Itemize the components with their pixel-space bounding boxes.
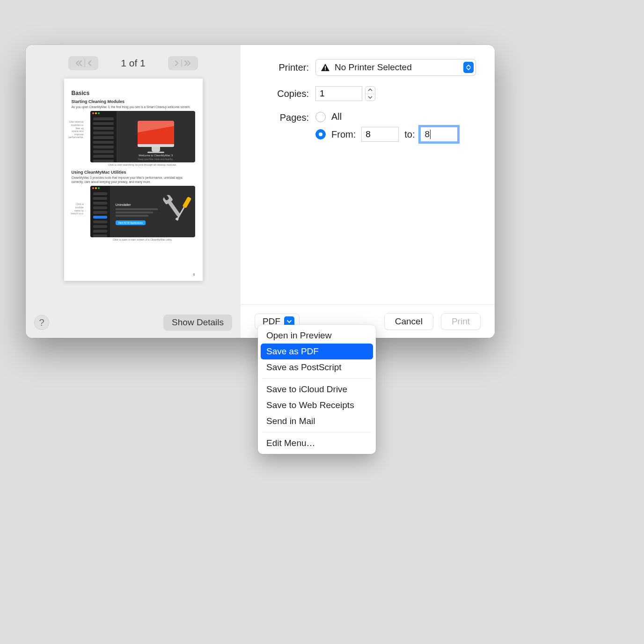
menu-item-save-web-receipts[interactable]: Save to Web Receipts [261,397,373,413]
pages-group: All From: to: 8 [315,111,476,142]
pages-all-label: All [331,111,342,122]
preview-screenshot: Welcome to CleanMyMac 3 Keep your Mac cl… [90,111,195,162]
svg-rect-1 [181,59,182,67]
print-button[interactable]: Print [441,313,481,330]
menu-item-send-in-mail[interactable]: Send in Mail [261,413,373,429]
next-page-button[interactable] [168,56,198,70]
page-counter: 1 of 1 [121,58,146,69]
stepper-down-icon[interactable] [366,94,375,101]
copies-input[interactable] [315,86,362,101]
preview-subheading: Starting Cleaning Modules [72,99,195,104]
chevron-left-icon [87,60,92,66]
preview-welcome-text: Welcome to CleanMyMac 3 [117,154,195,157]
radio-from[interactable] [315,129,326,139]
select-arrows-icon [463,62,474,73]
preview-margin-note: Click a module name to switch to it. [69,203,86,215]
pages-from-input[interactable] [361,127,399,142]
svg-rect-3 [325,69,326,70]
copies-group [315,86,476,101]
print-dialog: 1 of 1 Basics Starting Cleaning Modules … [26,45,495,338]
page-nav: 1 of 1 [26,45,241,77]
pages-from-label: From: [331,129,356,140]
preview-page-number: 8 [193,273,195,276]
cancel-button[interactable]: Cancel [384,313,433,330]
pdf-dropdown-menu: Open in Preview Save as PDF Save as Post… [258,325,376,454]
pages-to-label: to: [404,129,415,140]
options-pane: Printer: No Printer Selected Copies: [241,45,495,338]
left-toolbar: ? Show Details [26,307,241,338]
chevron-right-icon [175,60,179,66]
preview-uninstaller-button: View All 30 Applications [116,220,146,225]
print-form: Printer: No Printer Selected Copies: [241,45,495,142]
prev-page-button[interactable] [68,56,98,70]
menu-item-open-preview[interactable]: Open in Preview [261,328,373,344]
preview-paragraph: CleanMyMac 3 provides tools that improve… [72,176,195,184]
preview-caption: Click to start searching for junk throug… [90,163,195,166]
page-preview: Basics Starting Cleaning Modules As you … [64,79,203,281]
menu-divider [263,432,371,432]
pages-all-row[interactable]: All [315,111,476,122]
pages-to-input[interactable]: 8 [420,127,458,142]
preview-screenshot: Uninstaller View All 30 Applications [90,186,195,237]
menu-item-edit-menu[interactable]: Edit Menu… [261,435,373,451]
svg-rect-2 [325,66,326,69]
preview-subheading: Using CleanMyMac Utilities [72,170,195,175]
preview-welcome-sub: Keep your Mac clean and healthy. [117,158,195,161]
printer-label: Printer: [259,62,315,73]
menu-item-save-as-pdf[interactable]: Save as PDF [261,344,373,359]
divider-icon [84,59,85,67]
divider-icon [181,59,182,67]
preview-caption: Click to open a main screen of a CleanMy… [90,238,195,241]
preview-heading: Basics [72,90,195,96]
help-button[interactable]: ? [34,315,49,330]
pages-label: Pages: [259,111,315,123]
pages-range-row[interactable]: From: to: 8 [315,127,476,142]
menu-divider [263,378,371,379]
menu-item-save-as-postscript[interactable]: Save as PostScript [261,359,373,375]
copies-stepper[interactable] [365,86,375,101]
radio-all[interactable] [315,112,326,122]
preview-paragraph: As you open CleanMyMac 3, the first thin… [72,105,195,109]
menu-item-save-icloud[interactable]: Save to iCloud Drive [261,381,373,397]
double-chevron-left-icon [75,60,82,66]
copies-label: Copies: [259,88,315,99]
pages-to-value: 8 [424,129,430,139]
svg-rect-0 [84,59,85,67]
preview-uninstaller-title: Uninstaller [116,203,158,206]
stepper-up-icon[interactable] [366,87,375,94]
show-details-button[interactable]: Show Details [163,315,232,330]
printer-select[interactable]: No Printer Selected [315,59,476,76]
preview-pane: 1 of 1 Basics Starting Cleaning Modules … [26,45,241,338]
double-chevron-right-icon [184,60,191,66]
warning-icon [321,63,330,72]
printer-value: No Printer Selected [335,62,412,73]
preview-margin-note: Use cleanup modules to free up space and… [69,120,86,139]
